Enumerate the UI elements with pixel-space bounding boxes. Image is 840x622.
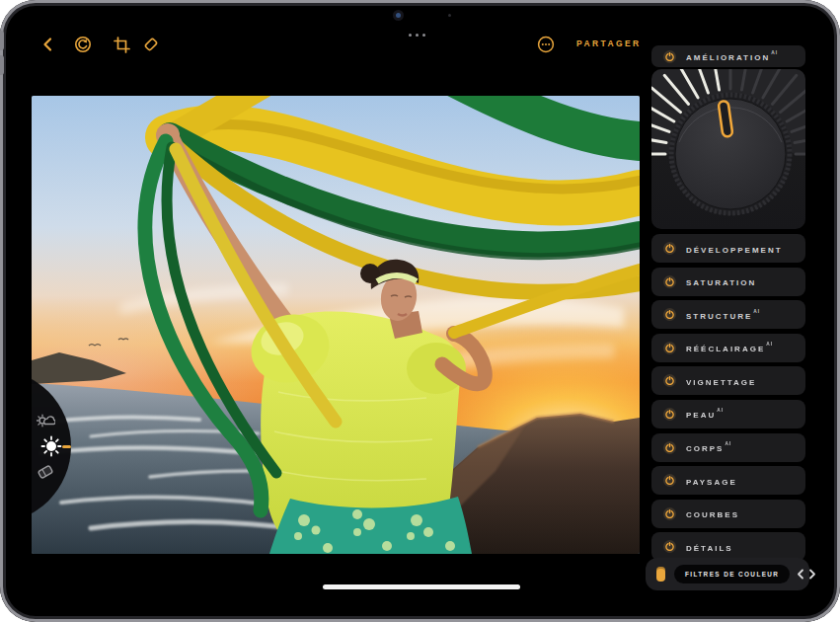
panel-label: CORPSAI bbox=[686, 441, 731, 453]
power-toggle[interactable] bbox=[663, 342, 676, 354]
eraser-tool-icon bbox=[36, 462, 55, 482]
adjustment-panel-list: DÉVELOPPEMENT SATURATION bbox=[651, 234, 805, 561]
enhance-label: AMÉLIORATIONAI bbox=[686, 50, 778, 62]
power-icon bbox=[665, 344, 674, 352]
filters-next-button[interactable] bbox=[806, 564, 817, 585]
color-filters-bar: FILTRES DE COULEUR bbox=[646, 558, 809, 590]
power-toggle[interactable] bbox=[663, 441, 676, 454]
chevron-left-icon bbox=[40, 37, 56, 52]
enhance-dial[interactable] bbox=[651, 69, 805, 229]
adjustment-panel-corps[interactable]: CORPSAI bbox=[651, 433, 805, 462]
panel-label: COURBES bbox=[686, 507, 740, 519]
back-button[interactable] bbox=[39, 36, 57, 53]
panel-label: DÉTAILS bbox=[686, 541, 734, 553]
power-icon bbox=[665, 244, 674, 253]
chevron-left-icon bbox=[796, 569, 806, 580]
erase-button[interactable] bbox=[142, 36, 160, 53]
panel-label: VIGNETTAGE bbox=[686, 375, 757, 387]
power-toggle[interactable] bbox=[663, 408, 676, 421]
brightness-sun-icon bbox=[40, 435, 62, 457]
wheel-selection-tick bbox=[62, 445, 71, 448]
volume-up-button[interactable] bbox=[0, 31, 4, 50]
power-icon bbox=[665, 542, 674, 551]
adjustment-panel-courbes[interactable]: COURBES bbox=[651, 500, 805, 528]
adjustment-panel-détails[interactable]: DÉTAILS bbox=[651, 532, 805, 561]
eraser-icon bbox=[142, 36, 160, 53]
power-toggle[interactable] bbox=[663, 507, 676, 520]
adjustment-panel-saturation[interactable]: SATURATION bbox=[651, 268, 805, 296]
power-icon bbox=[665, 310, 674, 319]
volume-down-button[interactable] bbox=[0, 55, 4, 75]
adjustment-panel-structure[interactable]: STRUCTUREAI bbox=[651, 300, 805, 329]
photo-canvas bbox=[32, 96, 640, 554]
power-toggle[interactable] bbox=[663, 242, 676, 255]
power-icon bbox=[665, 410, 674, 419]
undo-arrow-icon bbox=[74, 36, 92, 53]
camera-lens bbox=[396, 13, 401, 18]
undo-history-button[interactable] bbox=[74, 36, 92, 53]
power-icon bbox=[665, 52, 674, 61]
screenshot-stage: PARTAGER bbox=[0, 0, 840, 622]
power-toggle[interactable] bbox=[663, 50, 676, 63]
enhance-dial-panel bbox=[651, 69, 805, 229]
adjustment-panel-développement[interactable]: DÉVELOPPEMENT bbox=[651, 234, 805, 263]
multitasking-dots[interactable] bbox=[409, 34, 425, 37]
power-icon bbox=[665, 476, 674, 485]
power-toggle[interactable] bbox=[663, 474, 676, 487]
adjustment-panel-rééclairage[interactable]: RÉÉCLAIRAGEAI bbox=[651, 334, 805, 362]
adjustment-panel-vignettage[interactable]: VIGNETTAGE bbox=[651, 366, 805, 395]
power-toggle[interactable] bbox=[663, 540, 676, 553]
crop-icon bbox=[114, 37, 130, 53]
mic-dot bbox=[448, 14, 451, 17]
color-filters-button[interactable]: FILTRES DE COULEUR bbox=[674, 565, 790, 583]
adjustment-panel-paysage[interactable]: PAYSAGE bbox=[651, 466, 805, 495]
panel-label: PAYSAGE bbox=[686, 475, 738, 487]
panel-label: STRUCTUREAI bbox=[686, 309, 760, 321]
crop-button[interactable] bbox=[113, 36, 130, 53]
front-camera bbox=[393, 10, 404, 21]
tool-brightness-selected[interactable] bbox=[40, 435, 62, 457]
power-icon bbox=[665, 277, 674, 286]
more-options-button[interactable] bbox=[537, 36, 555, 53]
sun-cloud-icon bbox=[36, 412, 55, 431]
panel-label: PEAUAI bbox=[686, 408, 724, 420]
ipad-device-frame: PARTAGER bbox=[0, 0, 840, 622]
more-circle-icon bbox=[537, 36, 555, 53]
tool-repair[interactable] bbox=[35, 461, 56, 483]
power-toggle[interactable] bbox=[663, 374, 676, 387]
adjustment-panel-peau[interactable]: PEAUAI bbox=[651, 400, 805, 428]
power-toggle[interactable] bbox=[663, 308, 676, 321]
panel-label: SATURATION bbox=[686, 275, 757, 287]
power-icon bbox=[665, 376, 674, 385]
tool-sun-cloud[interactable] bbox=[35, 411, 56, 432]
power-icon bbox=[665, 509, 674, 518]
photo-image bbox=[32, 96, 640, 554]
panel-label: DÉVELOPPEMENT bbox=[686, 243, 784, 255]
panel-enhance[interactable]: AMÉLIORATIONAI bbox=[651, 45, 805, 67]
share-button[interactable]: PARTAGER bbox=[576, 39, 642, 48]
home-indicator[interactable] bbox=[323, 584, 520, 589]
power-icon bbox=[665, 443, 674, 452]
chevron-right-icon bbox=[806, 569, 817, 580]
color-filter-icon[interactable] bbox=[656, 567, 665, 582]
panel-label: RÉÉCLAIRAGEAI bbox=[686, 342, 773, 353]
filters-prev-button[interactable] bbox=[796, 564, 806, 585]
power-toggle[interactable] bbox=[663, 275, 676, 288]
